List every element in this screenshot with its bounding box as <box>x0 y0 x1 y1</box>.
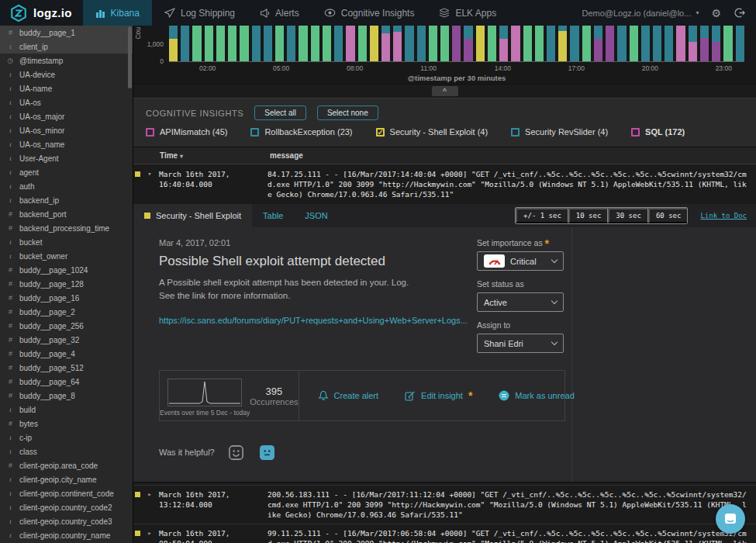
histogram-bar[interactable] <box>464 26 472 61</box>
account-menu[interactable]: Demo@Logz.io (daniel@lo... ▾ <box>582 9 699 18</box>
checkbox-icon[interactable] <box>631 128 640 137</box>
checkbox-icon[interactable] <box>250 128 259 137</box>
histogram-bar[interactable] <box>169 26 178 61</box>
nav-log-shipping[interactable]: Log Shipping <box>152 0 247 26</box>
sidebar-field-backend_ip[interactable]: tbackend_ip <box>0 193 133 207</box>
sidebar-field-buddy__page_2[interactable]: #buddy__page_2 <box>0 305 133 319</box>
sidebar-field-client-geoip.continent_code[interactable]: tclient-geoip.continent_code <box>0 486 133 500</box>
sidebar-field-buddy__page_32[interactable]: #buddy__page_32 <box>0 333 133 347</box>
importance-select[interactable]: Critical <box>477 251 564 271</box>
checkbox-checked-icon[interactable]: ✓ <box>376 128 385 137</box>
histogram-bar[interactable] <box>547 26 555 61</box>
logzio-logo[interactable]: logz.io <box>0 0 83 26</box>
offset-30sec-button[interactable]: 30 sec <box>608 208 648 223</box>
sidebar-field-client-geoip.country_code3[interactable]: tclient-geoip.country_code3 <box>0 514 133 528</box>
nav-alerts[interactable]: Alerts <box>247 0 312 26</box>
histogram-bar[interactable] <box>723 26 732 61</box>
sidebar-field-buddy__page_1024[interactable]: #buddy__page_1024 <box>0 263 133 277</box>
sidebar-field-backend_processing_time[interactable]: #backend_processing_time <box>0 221 133 235</box>
histogram-bar[interactable] <box>676 26 685 61</box>
sidebar-field-buddy__page_1[interactable]: #buddy__page_1 <box>0 26 133 40</box>
log-row[interactable]: ▸March 16th 2017, 13:12:04.000200.56.183… <box>133 485 756 524</box>
histogram-bar[interactable] <box>311 26 319 61</box>
sidebar-field-UA-os_minor[interactable]: tUA-os_minor <box>0 123 133 137</box>
histogram-bar[interactable] <box>700 26 709 61</box>
mark-as-unread-button[interactable]: Mark as unread <box>499 390 574 401</box>
sidebar-field-auth[interactable]: tauth <box>0 179 133 193</box>
histogram-bar[interactable] <box>264 26 272 61</box>
histogram-bar[interactable] <box>440 26 449 61</box>
sidebar-field-bucket[interactable]: tbucket <box>0 235 133 249</box>
sidebar-field-class[interactable]: tclass <box>0 444 133 458</box>
histogram-bar[interactable] <box>393 26 402 61</box>
helpful-yes-button[interactable] <box>227 443 246 462</box>
histogram-bar[interactable] <box>452 26 461 61</box>
sidebar-field-buddy__page_128[interactable]: #buddy__page_128 <box>0 277 133 291</box>
histogram-bar[interactable] <box>346 26 354 61</box>
helpful-no-button[interactable] <box>258 443 277 462</box>
status-select[interactable]: Active <box>477 292 564 312</box>
histogram-bar[interactable] <box>181 26 189 61</box>
histogram-bar[interactable] <box>523 26 532 61</box>
histogram-bar[interactable] <box>689 26 697 61</box>
create-alert-button[interactable]: Create alert <box>318 390 378 401</box>
histogram-bar[interactable] <box>358 26 367 61</box>
sidebar-field-client-geoip.area_code[interactable]: #client-geoip.area_code <box>0 458 133 472</box>
histogram-bar[interactable] <box>630 26 638 61</box>
checkbox-icon[interactable] <box>511 128 520 137</box>
histogram-bar[interactable] <box>641 26 650 61</box>
histogram-bar[interactable] <box>405 26 413 61</box>
sidebar-field-UA-os_major[interactable]: tUA-os_major <box>0 109 133 123</box>
histogram-bar[interactable] <box>488 26 496 61</box>
collapse-chart-button[interactable]: ^ <box>432 86 458 96</box>
histogram-bar[interactable] <box>205 26 213 61</box>
sidebar-field-buddy__page_4[interactable]: #buddy__page_4 <box>0 347 133 361</box>
time-column-header[interactable]: Time ▾ <box>160 151 270 160</box>
offset-60sec-button[interactable]: 60 sec <box>648 208 688 223</box>
insight-reference-link[interactable]: https://isc.sans.edu/forums/diary/PUT+re… <box>159 316 468 325</box>
histogram-bar[interactable] <box>476 26 485 61</box>
sidebar-field-UA-os_name[interactable]: tUA-os_name <box>0 137 133 151</box>
sidebar-field-UA-name[interactable]: tUA-name <box>0 81 133 95</box>
nav-cognitive-insights[interactable]: Cognitive Insights <box>312 0 427 26</box>
offset-1sec-button[interactable]: +/- 1 sec <box>516 208 568 223</box>
insight-filter[interactable]: RollbackException (23) <box>250 127 352 137</box>
sidebar-field-agent[interactable]: tagent <box>0 165 133 179</box>
edit-insight-button[interactable]: Edit insight * <box>405 391 472 401</box>
histogram-bar[interactable] <box>323 26 331 61</box>
link-to-doc[interactable]: Link to Doc <box>700 212 747 220</box>
histogram-bar[interactable] <box>252 26 261 61</box>
sidebar-scrollbar[interactable] <box>128 26 132 88</box>
histogram-bar[interactable] <box>594 26 602 61</box>
sidebar-field-buddy__page_16[interactable]: #buddy__page_16 <box>0 291 133 305</box>
gear-icon[interactable]: ⚙ <box>711 7 721 19</box>
nav-elk-apps[interactable]: ELK Apps <box>426 0 509 26</box>
sidebar-field-client-geoip.country_name[interactable]: tclient-geoip.country_name <box>0 528 133 542</box>
insight-filter[interactable]: ✓Security - Shell Exploit (4) <box>376 127 488 137</box>
histogram-bar[interactable] <box>617 26 626 61</box>
assign-select[interactable]: Shani Edri <box>477 334 564 353</box>
sidebar-field-UA-device[interactable]: tUA-device <box>0 67 133 81</box>
sidebar-field-bytes[interactable]: #bytes <box>0 417 133 431</box>
histogram-bar[interactable] <box>287 26 295 61</box>
histogram-bar[interactable] <box>275 26 284 61</box>
expand-row-caret-icon[interactable]: ▸ <box>140 489 159 500</box>
offset-10sec-button[interactable]: 10 sec <box>568 208 609 223</box>
histogram-bar[interactable] <box>429 26 437 61</box>
intercom-chat-button[interactable] <box>716 504 745 534</box>
histogram-bar[interactable] <box>192 26 201 61</box>
nav-kibana[interactable]: Kibana <box>83 0 152 26</box>
insight-filter[interactable]: Security RevSlider (4) <box>511 127 608 137</box>
histogram-bar[interactable] <box>558 26 567 61</box>
sidebar-field-client_ip[interactable]: tclient_ip <box>0 40 133 54</box>
sidebar-field-buddy__page_64[interactable]: #buddy__page_64 <box>0 375 133 389</box>
histogram-bar[interactable] <box>334 26 343 61</box>
sidebar-field-client-geoip.city_name[interactable]: tclient-geoip.city_name <box>0 472 133 486</box>
histogram-bar[interactable] <box>570 26 578 61</box>
collapse-row-caret-icon[interactable]: ▾ <box>140 169 159 179</box>
sidebar-field-backend_port[interactable]: #backend_port <box>0 207 133 221</box>
histogram-bar[interactable] <box>535 26 544 61</box>
sidebar-field-client-geoip.country_code2[interactable]: tclient-geoip.country_code2 <box>0 500 133 514</box>
sidebar-field-UA-os[interactable]: tUA-os <box>0 95 133 109</box>
tab-json[interactable]: JSON <box>294 204 338 227</box>
